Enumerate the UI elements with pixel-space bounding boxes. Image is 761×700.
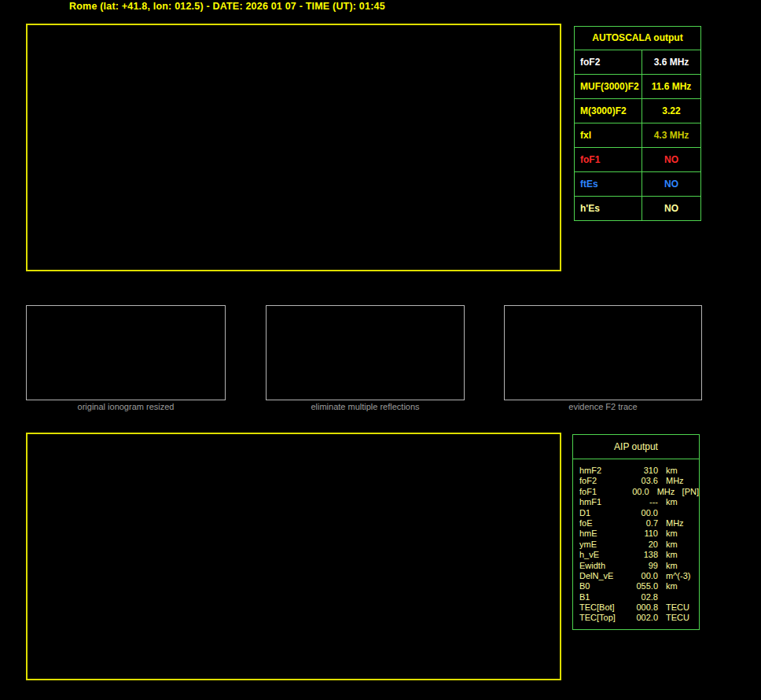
aip-label: TEC[Bot] <box>579 602 623 613</box>
aip-unit: TECU <box>666 613 694 623</box>
thumbnail-original-ionogram <box>26 305 226 400</box>
aip-value: 110 <box>623 529 658 539</box>
aip-unit <box>666 592 694 602</box>
fxi-label: fxI <box>575 123 642 147</box>
aip-row-b0: B0055.0km <box>579 581 699 591</box>
aip-row-tecbot: TEC[Bot]000.8TECU <box>579 602 699 613</box>
table-row-ftes: ftEs NO <box>575 172 700 197</box>
aip-label: B0 <box>579 581 623 591</box>
aip-label: ymE <box>579 540 623 550</box>
ionogram-bottom-plot <box>26 433 561 680</box>
aip-row-yme: ymE20km <box>579 540 699 550</box>
aip-value: 055.0 <box>623 581 658 591</box>
aip-value: 00.0 <box>619 487 649 497</box>
aip-unit: MHz <box>657 487 682 497</box>
aip-unit: km <box>666 581 694 591</box>
aip-note: [PN] <box>682 487 699 497</box>
aip-unit: MHz <box>666 518 694 529</box>
aip-label: foF1 <box>579 487 619 497</box>
m3000-label: M(3000)F2 <box>575 99 642 123</box>
thumbnail-caption-evidence: evidence F2 trace <box>504 402 702 411</box>
aip-value: 99 <box>623 561 658 571</box>
aip-label: TEC[Top] <box>579 613 623 623</box>
autoscala-table-header: AUTOSCALA output <box>575 27 700 50</box>
ionogram-top-plot <box>26 24 561 271</box>
aip-value: 20 <box>623 540 658 550</box>
aip-row-foe: foE0.7MHz <box>579 518 699 529</box>
aip-label: h_vE <box>579 550 623 560</box>
aip-row-hme: hmE110km <box>579 529 699 539</box>
table-row-fof2: foF2 3.6 MHz <box>575 50 700 75</box>
aip-unit: km <box>666 529 694 539</box>
aip-row-ewidth: Ewidth99km <box>579 561 699 571</box>
fof1-value: NO <box>642 148 700 171</box>
thumbnail-caption-eliminate: eliminate multiple reflections <box>266 402 465 411</box>
table-row-hes: h'Es NO <box>575 197 700 220</box>
table-row-m3000: M(3000)F2 3.22 <box>575 99 700 123</box>
thumbnail-caption-original: original ionogram resized <box>26 402 226 411</box>
aip-label: DelN_vE <box>579 571 623 581</box>
page-title: Rome (lat: +41.8, lon: 012.5) - DATE: 20… <box>69 1 385 12</box>
table-row-fxi: fxI 4.3 MHz <box>575 123 700 148</box>
ftes-value: NO <box>642 172 700 196</box>
aip-row-hmf1: hmF1---km <box>579 497 699 507</box>
thumbnail-evidence-canvas <box>505 306 701 396</box>
hes-label: h'Es <box>575 197 642 220</box>
aip-value: 002.0 <box>623 613 658 623</box>
aip-unit: km <box>666 540 694 550</box>
thumbnail-eliminate-reflections <box>266 305 465 400</box>
aip-value: 00.0 <box>623 571 658 581</box>
aip-label: Ewidth <box>579 561 623 571</box>
muf-value: 11.6 MHz <box>642 75 700 98</box>
aip-value: 00.0 <box>623 508 658 518</box>
aip-label: D1 <box>579 508 623 518</box>
aip-row-hve: h_vE138km <box>579 550 699 560</box>
aip-row-delnve: DelN_vE00.0m^(-3) <box>579 571 699 581</box>
autoscala-output-table: AUTOSCALA output foF2 3.6 MHz MUF(3000)F… <box>574 26 701 221</box>
hes-value: NO <box>642 197 700 220</box>
aip-unit: km <box>666 497 694 507</box>
aip-label: hmE <box>579 529 623 539</box>
aip-unit: km <box>666 550 694 560</box>
ftes-label: ftEs <box>575 172 642 196</box>
m3000-value: 3.22 <box>642 99 700 123</box>
aip-row-fof1: foF100.0MHz[PN] <box>579 487 699 497</box>
ionogram-bottom-canvas <box>28 434 560 679</box>
fof2-value: 3.6 MHz <box>642 50 700 74</box>
table-row-muf: MUF(3000)F2 11.6 MHz <box>575 75 700 99</box>
aip-value: 310 <box>623 466 658 476</box>
aip-unit: km <box>666 466 694 476</box>
fof1-label: foF1 <box>575 148 642 171</box>
aip-unit: km <box>666 561 694 571</box>
aip-row-fof2: foF203.6MHz <box>579 476 699 486</box>
muf-label: MUF(3000)F2 <box>575 75 642 98</box>
aip-row-tectop: TEC[Top]002.0TECU <box>579 613 699 623</box>
fxi-value: 4.3 MHz <box>642 123 700 147</box>
aip-value: --- <box>623 497 658 507</box>
aip-value: 138 <box>623 550 658 560</box>
ionogram-top-canvas <box>28 25 560 270</box>
aip-value: 0.7 <box>623 518 658 529</box>
aip-row-d1: D100.0 <box>579 508 699 518</box>
fof2-label: foF2 <box>575 50 642 74</box>
thumbnail-evidence-f2 <box>504 305 702 400</box>
aip-unit <box>666 508 694 518</box>
aip-row-b1: B102.8 <box>579 592 699 602</box>
autoscala-screen: { "title": "Rome (lat: +41.8, lon: 012.5… <box>0 0 761 700</box>
aip-label: foE <box>579 518 623 529</box>
aip-unit: MHz <box>666 476 694 486</box>
aip-value: 02.8 <box>623 592 658 602</box>
thumbnail-eliminate-canvas <box>267 306 464 396</box>
thumbnail-original-canvas <box>27 306 225 396</box>
aip-label: hmF1 <box>579 497 623 507</box>
aip-output-table: AIP output hmF2310km foF203.6MHz foF100.… <box>572 434 700 630</box>
table-row-fof1: foF1 NO <box>575 148 700 172</box>
aip-table-header: AIP output <box>573 435 699 459</box>
aip-value: 03.6 <box>623 476 658 486</box>
aip-value: 000.8 <box>623 602 658 613</box>
aip-label: foF2 <box>579 476 623 486</box>
aip-table-body: hmF2310km foF203.6MHz foF100.0MHz[PN] hm… <box>573 459 699 624</box>
aip-unit: TECU <box>666 602 694 613</box>
aip-label: hmF2 <box>579 466 623 476</box>
aip-unit: m^(-3) <box>666 571 694 581</box>
